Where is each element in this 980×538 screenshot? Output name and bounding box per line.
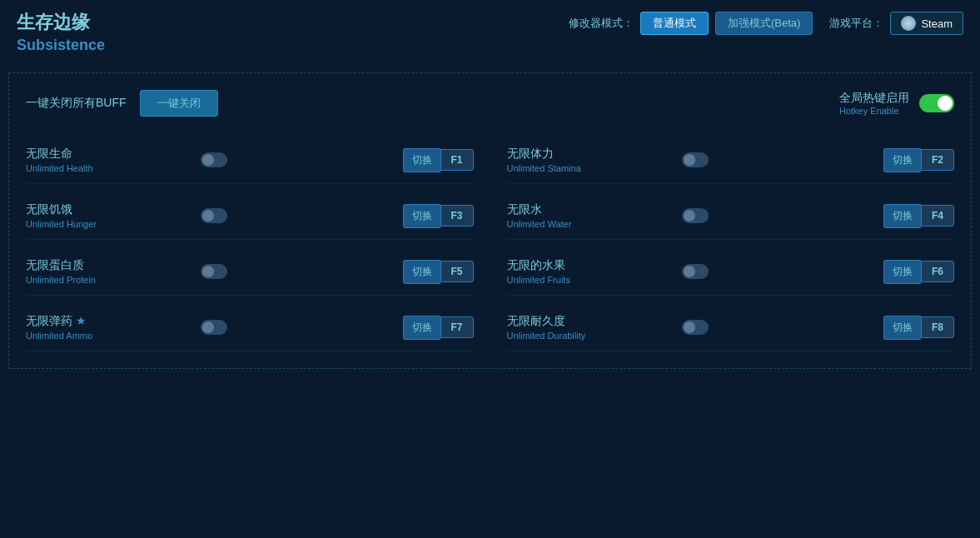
switch-button-health[interactable]: 切换: [403, 148, 440, 172]
hotkey-buttons-water: 切换 F4: [883, 204, 954, 228]
feature-item-stamina: 无限体力 Unlimited Stamina 切换 F2: [507, 137, 955, 184]
key-button-water[interactable]: F4: [921, 205, 954, 227]
feature-item-ammo: 无限弹药★ Unlimited Ammo 切换 F7: [26, 304, 474, 351]
switch-button-fruits[interactable]: 切换: [883, 260, 921, 284]
feature-en-water: Unlimited Water: [507, 219, 669, 229]
mode-section: 修改器模式： 普通模式 加强模式(Beta): [569, 12, 813, 35]
feature-info-protein: 无限蛋白质 Unlimited Protein: [26, 258, 187, 285]
feature-cn-water: 无限水: [507, 202, 669, 217]
hotkey-buttons-hunger: 切换 F3: [403, 204, 474, 228]
feature-item-durability: 无限耐久度 Unlimited Durability 切换 F8: [507, 304, 955, 351]
feature-toggle-ammo[interactable]: [201, 320, 227, 335]
top-bar: 修改器模式： 普通模式 加强模式(Beta) 游戏平台： Steam: [569, 12, 963, 35]
enhanced-mode-button[interactable]: 加强模式(Beta): [715, 12, 813, 35]
feature-toggle-durability[interactable]: [682, 320, 709, 335]
main-content: 一键关闭所有BUFF 一键关闭 全局热键启用 Hotkey Enable 无限生…: [8, 72, 972, 369]
hotkey-buttons-health: 切换 F1: [403, 148, 474, 172]
feature-toggle-water[interactable]: [682, 208, 709, 223]
feature-cn-stamina: 无限体力: [507, 147, 669, 162]
hotkey-buttons-fruits: 切换 F6: [883, 260, 954, 284]
feature-en-stamina: Unlimited Stamina: [507, 163, 669, 173]
hotkey-section: 全局热键启用 Hotkey Enable: [839, 91, 909, 116]
feature-info-hunger: 无限饥饿 Unlimited Hunger: [26, 202, 187, 229]
feature-info-fruits: 无限的水果 Unlimited Fruits: [507, 258, 669, 285]
hotkey-buttons-protein: 切换 F5: [403, 260, 474, 284]
star-badge: ★: [76, 314, 87, 327]
hotkey-buttons-ammo: 切换 F7: [403, 316, 474, 340]
switch-button-hunger[interactable]: 切换: [403, 204, 440, 228]
key-button-hunger[interactable]: F3: [440, 205, 474, 227]
feature-cn-ammo: 无限弹药★: [26, 314, 187, 329]
hotkey-toggle[interactable]: [919, 94, 954, 112]
switch-button-durability[interactable]: 切换: [883, 316, 921, 340]
feature-en-hunger: Unlimited Hunger: [26, 219, 187, 229]
feature-en-ammo: Unlimited Ammo: [26, 331, 187, 341]
feature-cn-protein: 无限蛋白质: [26, 258, 187, 273]
hotkey-label-cn: 全局热键启用: [839, 91, 909, 106]
top-controls: 一键关闭所有BUFF 一键关闭 全局热键启用 Hotkey Enable: [26, 90, 954, 117]
left-controls: 一键关闭所有BUFF 一键关闭: [26, 90, 218, 117]
key-button-protein[interactable]: F5: [440, 261, 474, 282]
normal-mode-button[interactable]: 普通模式: [640, 12, 709, 35]
hotkey-buttons-stamina: 切换 F2: [883, 148, 954, 172]
feature-item-health: 无限生命 Unlimited Health 切换 F1: [26, 137, 474, 184]
feature-info-health: 无限生命 Unlimited Health: [26, 147, 187, 173]
feature-item-water: 无限水 Unlimited Water 切换 F4: [507, 192, 955, 240]
feature-cn-hunger: 无限饥饿: [26, 202, 187, 217]
feature-en-durability: Unlimited Durability: [507, 331, 669, 341]
feature-cn-durability: 无限耐久度: [507, 314, 669, 329]
platform-button[interactable]: Steam: [890, 12, 963, 35]
feature-toggle-health[interactable]: [201, 152, 227, 167]
switch-button-stamina[interactable]: 切换: [883, 148, 921, 172]
hotkey-label-en: Hotkey Enable: [839, 106, 899, 116]
feature-toggle-protein[interactable]: [201, 264, 227, 279]
key-button-health[interactable]: F1: [440, 149, 474, 171]
feature-info-stamina: 无限体力 Unlimited Stamina: [507, 147, 669, 173]
steam-icon: [901, 16, 916, 31]
switch-button-water[interactable]: 切换: [883, 204, 921, 228]
mode-label: 修改器模式：: [569, 16, 634, 31]
features-grid: 无限生命 Unlimited Health 切换 F1 无限体力 Unlimit…: [26, 137, 954, 351]
key-button-durability[interactable]: F8: [921, 316, 954, 338]
feature-en-fruits: Unlimited Fruits: [507, 275, 669, 285]
hotkey-controls: 全局热键启用 Hotkey Enable: [839, 91, 954, 116]
feature-item-hunger: 无限饥饿 Unlimited Hunger 切换 F3: [26, 192, 474, 240]
feature-info-durability: 无限耐久度 Unlimited Durability: [507, 314, 669, 341]
buff-label: 一键关闭所有BUFF: [26, 96, 127, 111]
feature-info-ammo: 无限弹药★ Unlimited Ammo: [26, 314, 187, 341]
platform-name: Steam: [921, 17, 953, 30]
close-all-button[interactable]: 一键关闭: [140, 90, 218, 117]
feature-cn-fruits: 无限的水果: [507, 258, 669, 273]
key-button-fruits[interactable]: F6: [921, 261, 954, 282]
header: 生存边缘 Subsistence 修改器模式： 普通模式 加强模式(Beta) …: [0, 0, 980, 64]
feature-toggle-fruits[interactable]: [682, 264, 709, 279]
feature-toggle-stamina[interactable]: [682, 152, 709, 167]
key-button-ammo[interactable]: F7: [440, 316, 474, 338]
title-en: Subsistence: [17, 37, 963, 54]
platform-label: 游戏平台：: [829, 16, 883, 31]
switch-button-ammo[interactable]: 切换: [403, 316, 440, 340]
feature-info-water: 无限水 Unlimited Water: [507, 202, 669, 229]
feature-cn-health: 无限生命: [26, 147, 187, 162]
feature-toggle-hunger[interactable]: [201, 208, 227, 223]
feature-en-health: Unlimited Health: [26, 163, 187, 173]
feature-en-protein: Unlimited Protein: [26, 275, 187, 285]
feature-item-protein: 无限蛋白质 Unlimited Protein 切换 F5: [26, 248, 474, 296]
platform-section: 游戏平台： Steam: [829, 12, 963, 35]
key-button-stamina[interactable]: F2: [921, 149, 954, 171]
hotkey-buttons-durability: 切换 F8: [883, 316, 954, 340]
switch-button-protein[interactable]: 切换: [403, 260, 440, 284]
feature-item-fruits: 无限的水果 Unlimited Fruits 切换 F6: [507, 248, 955, 296]
